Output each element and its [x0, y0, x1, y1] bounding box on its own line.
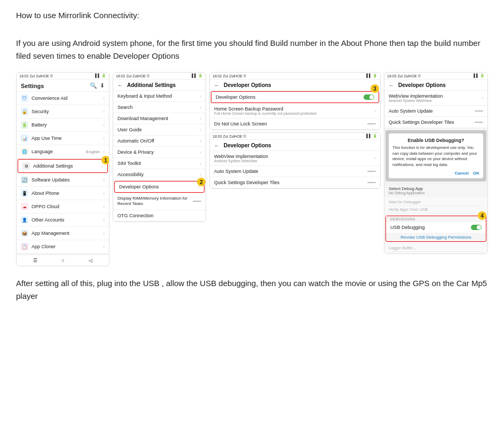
badge-2: 2: [197, 178, 206, 186]
download-management-arrow: ›: [200, 116, 201, 121]
signal-3b: ▌▌ 🔋: [366, 134, 377, 138]
settings-app-cloner[interactable]: 📋 App Cloner ›: [17, 240, 109, 254]
keyboard-arrow: ›: [200, 94, 201, 99]
settings-about-phone[interactable]: 📱 About Phone ›: [17, 187, 109, 200]
back-arrow-3b: ←: [214, 143, 219, 148]
dev-options-header-4: ← Developer Options: [384, 80, 487, 91]
usb-debug-dialog-overlay: Enable USB Debugging? This function is f…: [385, 130, 486, 181]
developer-options-2[interactable]: Developer Options ›: [114, 181, 204, 193]
user-guide-arrow: ›: [200, 128, 201, 132]
debugging-section-box: DEBUGGING USB Debugging Revoke USB Debug…: [385, 216, 486, 242]
status-bar-3: 18:02 Zul ZulHOE © ▌▌ 🔋: [210, 73, 380, 80]
otg-connection[interactable]: OTG Connection: [113, 210, 206, 222]
usb-debugging-toggle[interactable]: [471, 225, 482, 230]
home-screen-backup[interactable]: Home Screen Backup Password Full Home Sc…: [210, 104, 380, 118]
software-updates-icon: 🔄: [21, 176, 28, 184]
do-not-use-lock-screen[interactable]: Do Not Use Lock Screen: [210, 118, 380, 130]
home-screen-backup-label: Home Screen Backup Password: [214, 106, 371, 112]
dialog-cancel-button[interactable]: Cancel: [455, 171, 469, 176]
developer-options-toggle[interactable]: [364, 94, 374, 100]
keyboard-input-method[interactable]: Keyboard & Input Method ›: [113, 91, 206, 102]
signal-icons-1: ▌▌ 🔋: [95, 74, 106, 78]
additional-settings-arrow: ›: [101, 164, 103, 169]
device-privacy[interactable]: Device & Privacy ›: [113, 147, 206, 158]
settings-security[interactable]: 🔒 Security ›: [17, 105, 109, 118]
heading-text: How to use Mirrorlink Connectivity:: [16, 11, 488, 20]
dev-options-title-4: Developer Options: [398, 82, 446, 88]
settings-header-icons: 🔍 ⬇: [90, 82, 105, 89]
auto-system-update-label-4: Auto System Update: [389, 108, 471, 114]
search-icon: 🔍: [90, 82, 97, 89]
dev-options-header-3b: ← Developer Options: [210, 140, 380, 151]
webview-implementation-3b[interactable]: WebView implementation Android System We…: [210, 151, 380, 166]
quick-settings-developer-tiles-4[interactable]: Quick Settings Developer Tiles: [384, 117, 487, 128]
accessibility[interactable]: Accessibility ›: [113, 169, 206, 180]
badge-3: 3: [371, 84, 379, 93]
time-3: 18:02 Zul ZulHOE ©: [212, 74, 246, 78]
display-ram-memory[interactable]: Display RAM/Memory Information for Recen…: [113, 193, 206, 210]
phone-screen-3: 18:02 Zul ZulHOE © ▌▌ 🔋 ← Developer Opti…: [209, 72, 381, 130]
additional-settings-icon: ⚙: [22, 162, 30, 170]
settings-app-management[interactable]: 📦 App Management ›: [17, 227, 109, 240]
auto-system-update-toggle-3b: [367, 171, 376, 172]
quick-settings-toggle-3b: [367, 182, 376, 183]
settings-app-use-time[interactable]: 📊 App Use Time ›: [17, 132, 109, 145]
developer-options-label-2: Developer Options: [119, 184, 195, 189]
convenience-aid-arrow: ›: [103, 96, 105, 101]
keyboard-input-label: Keyboard & Input Method: [117, 93, 196, 99]
status-bar-3b: 18:03 Zul ZulHOE © ▌▌ 🔋: [210, 133, 380, 140]
status-bar-2: 18:02 Zul ZulHOE © ▌▌ 🔋: [113, 73, 206, 80]
settings-oppo-cloud[interactable]: ☁ OPPO Cloud ›: [17, 200, 109, 213]
search-item[interactable]: Search ›: [113, 102, 206, 113]
automatic-on-off-label: Automatic On/Off: [117, 138, 196, 144]
user-guide-label: User Guide: [117, 127, 196, 132]
other-accounts-arrow: ›: [103, 218, 105, 223]
search-label: Search: [117, 105, 196, 110]
sim-toolkit[interactable]: SIM Toolkit ›: [113, 158, 206, 169]
verify-apps-usb: Verify Apps Over USB: [389, 206, 483, 213]
webview-label-3b: WebView implementation: [214, 154, 371, 159]
device-privacy-label: Device & Privacy: [117, 149, 196, 155]
settings-language[interactable]: 🌐 Language English ›: [17, 145, 109, 159]
dialog-ok-button[interactable]: OK: [473, 171, 479, 176]
dialog-body: This function is for development use onl…: [392, 145, 479, 168]
app-cloner-label: App Cloner: [32, 244, 100, 249]
settings-convenience-aid[interactable]: 🛡 Convenience Aid ›: [17, 92, 109, 105]
auto-system-update-3b[interactable]: Auto System Update: [210, 166, 380, 177]
gray-debug-section: Wait for Debugger Verify Apps Over USB: [384, 197, 487, 215]
signal-4: ▌▌ 🔋: [474, 74, 485, 78]
about-phone-icon: 📱: [21, 189, 28, 197]
additional-settings-title: Additional Settings: [127, 82, 176, 88]
webview-arrow-4: ›: [482, 96, 483, 100]
nav-home-icon: ○: [61, 258, 64, 263]
app-management-arrow: ›: [103, 231, 105, 236]
webview-sub-4: Android System WebView: [389, 99, 478, 102]
user-guide[interactable]: User Guide ›: [113, 124, 206, 136]
select-debug-app-section[interactable]: Select Debug App No Debug Application: [384, 184, 487, 197]
automatic-on-off[interactable]: Automatic On/Off ›: [113, 136, 206, 147]
settings-header: Settings 🔍 ⬇: [17, 80, 109, 92]
quick-settings-developer-tiles-3b[interactable]: Quick Settings Developer Tiles: [210, 177, 380, 188]
dev-options-title: Developer Options: [224, 82, 271, 88]
closing-text: After setting all of this, plug into the…: [16, 277, 488, 303]
device-privacy-arrow: ›: [200, 150, 201, 155]
language-icon: 🌐: [21, 148, 28, 155]
settings-additional-settings[interactable]: ⚙ Additional Settings ›: [18, 159, 108, 173]
select-debug-label: Select Debug App: [389, 186, 483, 191]
settings-battery[interactable]: 🔋 Battery ›: [17, 118, 109, 132]
time-3b: 18:03 Zul ZulHOE ©: [212, 135, 246, 138]
revoke-usb-debugging-link[interactable]: Revoke USB Debugging Permissions: [386, 233, 486, 241]
auto-system-update-4[interactable]: Auto System Update: [384, 106, 487, 117]
time-2: 18:02 Zul ZulHOE ©: [116, 74, 149, 78]
settings-other-accounts[interactable]: 👤 Other Accounts ›: [17, 213, 109, 227]
software-updates-label: Software Updates: [32, 177, 100, 183]
usb-debugging-item[interactable]: USB Debugging: [386, 222, 486, 233]
settings-software-updates[interactable]: 🔄 Software Updates ›: [17, 173, 109, 187]
developer-options-toggle-row[interactable]: Developer Options: [211, 91, 379, 103]
download-management[interactable]: Download Management ›: [113, 113, 206, 124]
back-arrow-3: ←: [214, 82, 219, 88]
webview-implementation-4[interactable]: WebView implementation Android System We…: [384, 91, 487, 106]
auto-system-update-toggle-4: [475, 110, 483, 112]
security-arrow: ›: [103, 109, 105, 114]
intro-text: If you are using Android system phone, f…: [16, 37, 488, 62]
